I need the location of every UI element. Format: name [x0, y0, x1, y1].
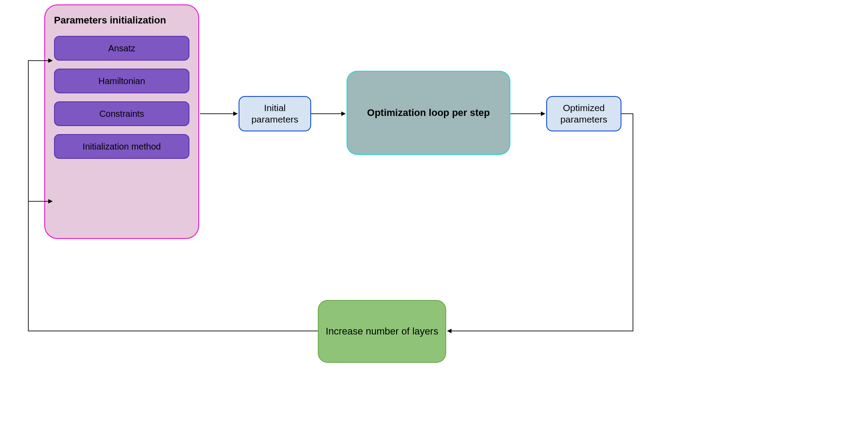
initial-parameters-box: Initial parameters — [239, 96, 311, 131]
optimized-parameters-box: Optimized parameters — [546, 96, 621, 131]
params-init-title: Parameters initialization — [54, 14, 189, 27]
optimization-loop-box: Optimization loop per step — [347, 71, 510, 155]
item-constraints: Constraints — [54, 101, 189, 126]
increase-layers-box: Increase number of layers — [318, 300, 446, 363]
item-hamiltonian: Hamiltonian — [54, 69, 189, 93]
item-init-method: Initialization method — [54, 134, 189, 159]
item-ansatz: Ansatz — [54, 36, 189, 61]
params-init-container: Parameters initialization Ansatz Hamilto… — [44, 4, 199, 239]
